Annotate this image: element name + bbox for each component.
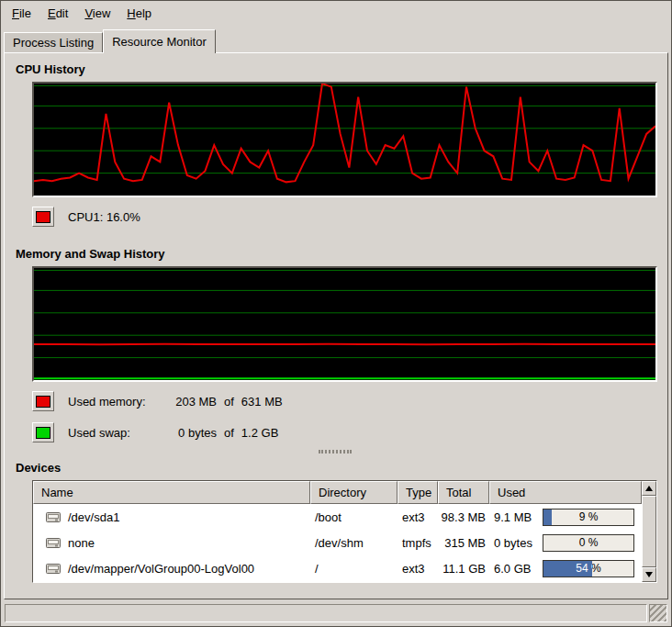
swap-used-value: 0 bytes (160, 426, 217, 440)
device-row-sda1[interactable]: /dev/sda1 /boot ext3 98.3 MB 9.1 MB 9 % … (33, 504, 642, 530)
device-name: /dev/mapper/VolGroup00-LogVol00 (68, 562, 254, 576)
usage-percent-label: 9 % (543, 509, 633, 525)
menu-help[interactable]: Help (118, 4, 160, 23)
column-header-used[interactable]: Used (489, 481, 642, 504)
swap-legend-row: Used swap: 0 bytes of 1.2 GB (32, 422, 657, 442)
device-directory: / (310, 562, 398, 576)
device-used-cell: 6.0 GB 54 % 54 % (489, 560, 642, 577)
memory-color-chip (36, 396, 50, 408)
usage-progress-bar: 54 % 54 % (543, 560, 634, 577)
devices-scrollbar[interactable] (642, 481, 656, 582)
column-header-name[interactable]: Name (33, 481, 310, 504)
device-type: ext3 (398, 562, 438, 576)
device-row-none[interactable]: none /dev/shm tmpfs 315 MB 0 bytes 0 % 0… (33, 530, 642, 555)
cpu-history-heading: CPU History (16, 62, 657, 76)
device-used-cell: 0 bytes 0 % 0 % (489, 534, 642, 552)
drive-icon (46, 563, 62, 575)
device-name-cell: none (33, 536, 310, 550)
column-header-total[interactable]: Total (438, 481, 489, 504)
resource-monitor-panel: CPU History CPU1: 16.0% Memory and Swap … (4, 52, 668, 599)
swap-total-value: 1.2 GB (241, 426, 278, 440)
menu-bar: File Edit View Help (1, 1, 671, 26)
swap-legend-label: Used swap: (68, 426, 160, 440)
memory-of-text: of (224, 395, 234, 409)
swap-of-text: of (224, 426, 234, 440)
tab-resource-monitor[interactable]: Resource Monitor (103, 29, 216, 53)
devices-table-header: Name Directory Type Total Used (33, 481, 642, 504)
cpu-history-plot (34, 84, 655, 196)
memory-legend-row: Used memory: 203 MB of 631 MB (32, 391, 657, 411)
cpu-legend-row: CPU1: 16.0% (32, 207, 657, 227)
usage-progress-bar: 9 % 9 % (543, 509, 634, 526)
device-directory: /dev/shm (310, 536, 398, 550)
usage-percent-label-overlay: 9 % (543, 509, 552, 525)
arrow-up-icon (645, 486, 653, 491)
status-message-area (5, 604, 647, 622)
cpu-color-chip (36, 211, 50, 223)
memory-used-value: 203 MB (160, 395, 217, 409)
menu-view[interactable]: View (76, 4, 118, 23)
swap-color-chip (36, 427, 50, 439)
menu-edit[interactable]: Edit (39, 4, 76, 23)
device-type: ext3 (398, 510, 438, 524)
memory-color-swatch[interactable] (32, 391, 54, 411)
cpu-color-swatch[interactable] (32, 207, 54, 227)
usage-percent-label-overlay: 54 % (543, 561, 592, 577)
device-total: 11.1 GB (438, 562, 489, 576)
memory-total-value: 631 MB (241, 395, 283, 409)
devices-table: Name Directory Type Total Used /dev/sda1 (32, 480, 657, 583)
column-header-type[interactable]: Type (398, 481, 438, 504)
scroll-down-button[interactable] (642, 567, 656, 582)
device-used: 0 bytes (494, 536, 532, 550)
tab-bar: Process Listing Resource Monitor (1, 28, 671, 52)
usage-percent-label: 0 % (543, 535, 633, 551)
memory-history-plot (34, 268, 655, 380)
device-used: 9.1 MB (494, 510, 532, 524)
device-type: tmpfs (398, 536, 438, 550)
usage-progress-fill: 54 % (543, 561, 592, 577)
device-used-cell: 9.1 MB 9 % 9 % (489, 509, 642, 526)
device-name: /dev/sda1 (68, 510, 119, 524)
cpu-legend-label: CPU1: 16.0% (68, 210, 140, 224)
cpu-history-graph (32, 82, 657, 197)
device-name: none (68, 536, 95, 550)
device-name-cell: /dev/mapper/VolGroup00-LogVol00 (33, 562, 310, 576)
device-used: 6.0 GB (494, 562, 531, 576)
memory-legend-label: Used memory: (68, 395, 160, 409)
device-directory: /boot (310, 510, 398, 524)
devices-heading: Devices (16, 461, 657, 475)
memory-history-graph (32, 266, 657, 382)
device-row-volgroup[interactable]: /dev/mapper/VolGroup00-LogVol00 / ext3 1… (33, 555, 642, 581)
memory-history-heading: Memory and Swap History (16, 247, 657, 261)
usage-progress-bar: 0 % 0 % (543, 534, 634, 552)
scroll-up-button[interactable] (642, 481, 656, 496)
device-total: 315 MB (438, 536, 489, 550)
window-resize-grip[interactable] (649, 604, 667, 622)
devices-table-body: /dev/sda1 /boot ext3 98.3 MB 9.1 MB 9 % … (33, 504, 642, 582)
arrow-down-icon (645, 572, 653, 577)
swap-color-swatch[interactable] (32, 422, 54, 442)
system-monitor-window: { "menu": { "items": ["File", "Edit", "V… (0, 0, 672, 627)
devices-table-main: Name Directory Type Total Used /dev/sda1 (33, 481, 642, 582)
tab-process-listing[interactable]: Process Listing (4, 32, 103, 52)
column-header-directory[interactable]: Directory (310, 481, 398, 504)
drive-icon (46, 537, 62, 549)
menu-file[interactable]: File (4, 4, 39, 23)
pane-resize-grip[interactable] (319, 450, 352, 453)
device-name-cell: /dev/sda1 (33, 510, 310, 524)
drive-icon (46, 511, 62, 523)
status-bar (5, 604, 667, 622)
usage-progress-fill: 9 % (543, 509, 552, 525)
device-total: 98.3 MB (438, 510, 489, 524)
scrollbar-thumb[interactable] (642, 496, 656, 567)
